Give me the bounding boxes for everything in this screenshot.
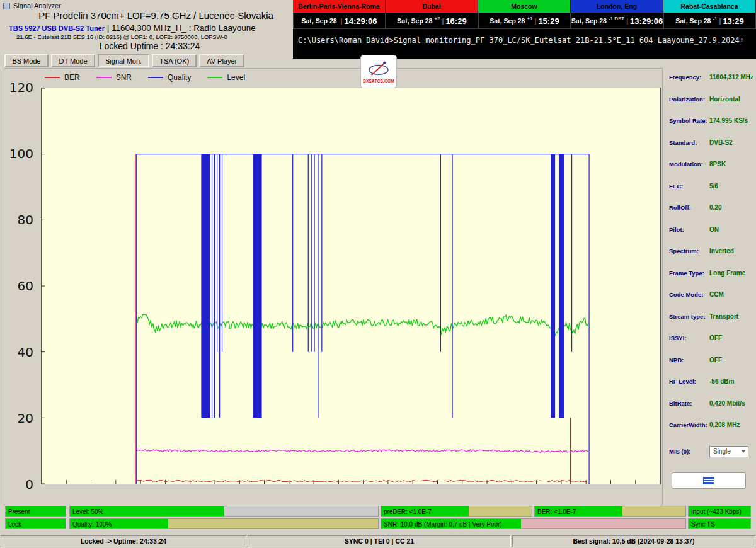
param-value: 11604,312 MHz xyxy=(709,74,753,81)
param-row-pilot: Pilot:ON xyxy=(669,226,756,248)
command-line: C:\Users\Roman Dávid>Signal monitoring_P… xyxy=(293,29,756,45)
legend-label: SNR xyxy=(116,73,132,82)
side-tool-box xyxy=(672,472,746,489)
clock-grid: Berlin-Paris-Vienna-RomaDubaiMoscowLondo… xyxy=(293,0,756,29)
param-label: Frequency: xyxy=(669,74,708,81)
param-label: Modulation: xyxy=(669,161,708,168)
legend-swatch xyxy=(45,77,60,78)
progress-quality: Quality: 100% xyxy=(69,518,379,529)
progress-sync-ts: Sync TS xyxy=(688,518,751,529)
progress-ber: BER: <1.0E-7 xyxy=(534,506,686,517)
param-label: BitRate: xyxy=(669,400,708,407)
param-label: CarrierWidth: xyxy=(669,421,708,428)
mis-row: MIS (0): Single xyxy=(669,446,756,457)
param-row-rf-level: RF Level:-56 dBm xyxy=(669,378,756,400)
tab-signal-mon[interactable]: Signal Mon. xyxy=(98,54,149,67)
param-row-polarization: Polarization:Horizontal xyxy=(669,96,756,118)
app-icon xyxy=(3,3,10,9)
param-value: ON xyxy=(709,226,719,233)
progress-label: Lock xyxy=(8,520,21,527)
y-tick-label: 60 xyxy=(4,278,33,294)
progress-label: Level: 50% xyxy=(72,508,103,515)
clock-city-moscow: Moscow xyxy=(478,0,571,13)
y-tick-label: 100 xyxy=(4,146,33,161)
param-row-issyi: ISSYI:OFF xyxy=(669,334,756,357)
param-row-symbol-rate: Symbol Rate:174,995 KS/s xyxy=(669,117,756,139)
tuner-name: TBS 5927 USB DVB-S2 Tuner xyxy=(9,25,105,32)
progress-label: Present xyxy=(8,508,30,515)
param-value: -56 dBm xyxy=(709,378,734,385)
param-row-carrierwidth: CarrierWidth:0,208 MHz xyxy=(669,421,756,443)
tab-av-player[interactable]: AV Player xyxy=(199,54,244,67)
param-value: Horizontal xyxy=(709,96,740,103)
spectrum-tool-icon[interactable] xyxy=(703,477,714,484)
progress-label: Quality: 100% xyxy=(72,520,112,527)
param-label: Symbol Rate: xyxy=(669,117,708,124)
chevron-down-icon xyxy=(741,450,746,453)
clock-time-london-eng: Sat, Sep 28-1 DST|13:29:06 xyxy=(571,13,663,29)
param-value: 0,208 MHz xyxy=(709,421,740,428)
mis-value: Single xyxy=(713,448,731,455)
tuner-line: TBS 5927 USB DVB-S2 Tuner | 11604,300 MH… xyxy=(0,23,293,33)
plot-svg xyxy=(42,88,660,484)
mis-select[interactable]: Single xyxy=(709,446,748,457)
param-row-frequency: Frequency:11604,312 MHz xyxy=(669,74,756,96)
param-row-frame-type: Frame Type:Long Frame xyxy=(669,270,756,292)
y-tick-label: 20 xyxy=(4,411,33,426)
param-label: RF Level: xyxy=(669,378,708,385)
dxsatcs-logo: DXSATCS.COM xyxy=(360,55,397,88)
legend-swatch xyxy=(148,77,163,78)
y-axis: 020406080100120 xyxy=(4,69,37,505)
legend-label: BER xyxy=(64,73,80,82)
progress-snr: SNR: 10,0 dB (Margin: 0,7 dB | Very Poor… xyxy=(381,518,686,529)
legend-swatch xyxy=(207,77,222,78)
legend-label: Quality xyxy=(168,73,191,82)
param-row-bitrate: BitRate:0,420 Mbit/s xyxy=(669,400,756,422)
progress-area: PresentLevel: 50%preBER: <1.0E-7BER: <1.… xyxy=(0,504,756,533)
param-label: Polarization: xyxy=(669,96,708,103)
y-tick-label: 40 xyxy=(4,345,33,360)
param-list: Frequency:11604,312 MHzPolarization:Hori… xyxy=(669,74,756,443)
param-row-fec: FEC:5/6 xyxy=(669,183,756,205)
antenna-info: PF Prodelin 370cm+ LOF=9.75 GHz / Lucene… xyxy=(0,10,293,21)
tab-bar: BS ModeDT ModeSignal Mon.TSA (OK)AV Play… xyxy=(4,54,244,67)
progress-preber: preBER: <1.0E-7 xyxy=(381,506,532,517)
clock-time-dubai: Sat, Sep 28+2|16:29 xyxy=(386,13,478,29)
param-row-modulation: Modulation:8PSK xyxy=(669,161,756,183)
clock-city-rabat-casablanca: Rabat-Casablanca xyxy=(663,0,756,13)
param-value: 8PSK xyxy=(709,161,726,168)
param-value: 0.20 xyxy=(709,204,721,211)
chart-legend: BERSNRQualityLevel xyxy=(45,73,245,82)
world-clock-panel: Berlin-Paris-Vienna-RomaDubaiMoscowLondo… xyxy=(293,0,756,59)
param-label: FEC: xyxy=(669,183,708,190)
progress-label: SNR: 10,0 dB (Margin: 0,7 dB | Very Poor… xyxy=(384,520,502,527)
param-row-rolloff: RollOff:0.20 xyxy=(669,204,756,226)
param-value: Transport xyxy=(709,313,738,320)
param-value: 174,995 KS/s xyxy=(709,117,748,124)
clock-time-rabat-casablanca: Sat, Sep 28-1|13:29 xyxy=(663,13,756,29)
param-value: CCM xyxy=(709,291,724,298)
clock-time-moscow: Sat, Sep 28+1|15:29 xyxy=(478,13,571,29)
param-label: RollOff: xyxy=(669,204,708,211)
param-label: Stream type: xyxy=(669,313,708,320)
progress-input-423-kbps: Input (~423 Kbps) xyxy=(688,506,751,517)
clock-city-dubai: Dubai xyxy=(386,0,478,13)
tab-dt-mode[interactable]: DT Mode xyxy=(51,54,95,67)
legend-item-snr: SNR xyxy=(96,73,132,82)
param-value: 5/6 xyxy=(709,183,718,190)
window-title: Signal Analyzer xyxy=(13,2,61,9)
param-label: Standard: xyxy=(669,139,708,146)
param-label: Spectrum: xyxy=(669,248,708,254)
progress-label: Input (~423 Kbps) xyxy=(691,508,742,515)
locked-uptime: Locked Uptime : 24:33:24 xyxy=(0,41,293,51)
param-label: Pilot: xyxy=(669,226,708,233)
param-value: OFF xyxy=(709,357,722,363)
status-sync-counters: SYNC 0 | TEI 0 | CC 21 xyxy=(248,535,511,547)
status-best-signal: Best signal: 10,5 dB (2024-09-28 13:37) xyxy=(512,535,755,547)
tab-tsa-ok[interactable]: TSA (OK) xyxy=(152,54,197,67)
legend-item-level: Level xyxy=(207,73,245,82)
param-row-stream-type: Stream type:Transport xyxy=(669,313,756,335)
tab-bs-mode[interactable]: BS Mode xyxy=(4,54,49,67)
y-tick-label: 120 xyxy=(4,80,33,95)
parameters-panel: Frequency:11604,312 MHzPolarization:Hori… xyxy=(664,59,756,501)
